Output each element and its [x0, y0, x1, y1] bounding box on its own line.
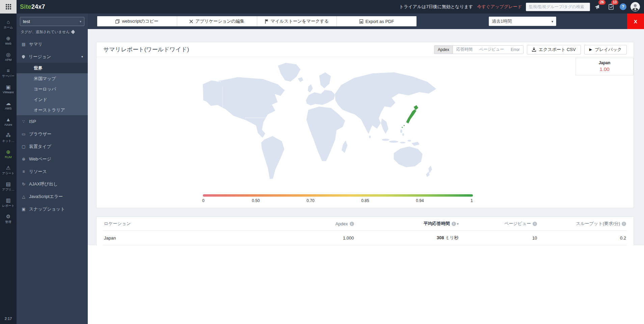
upgrade-link[interactable]: 今すぐアップグレード	[477, 4, 522, 10]
rum-globe-icon: ⊕	[6, 149, 10, 155]
map-region-japan[interactable]	[402, 105, 419, 128]
apdex-gradient-bar	[203, 194, 473, 197]
tab-error[interactable]: Error	[507, 46, 523, 54]
edit-application-button[interactable]: アプリケーションの編集	[177, 16, 257, 26]
rail-item-admin[interactable]: ⚙ 管理	[0, 211, 17, 227]
sidebar-item-summary[interactable]: ▤ サマリ	[17, 38, 88, 50]
table-header-row: ロケーション Apdexi 平均応答時間i▾ ページビューi スループット(要求…	[103, 217, 627, 231]
sidebar-item-resources[interactable]: ≡ リソース	[17, 165, 88, 178]
rail-item-web[interactable]: ⊕ Web	[0, 32, 17, 49]
time-range-select[interactable]: 過去1時間 ▾	[489, 17, 556, 26]
rail-item-aws[interactable]: ☁ AWS	[0, 97, 17, 114]
info-icon[interactable]: i	[533, 222, 537, 226]
app-logs-icon: ▤	[6, 181, 10, 187]
copy-icon	[115, 19, 119, 24]
close-button[interactable]: X	[627, 14, 644, 29]
sidebar-item-india[interactable]: インド	[17, 94, 88, 105]
mark-milestone-button[interactable]: マイルストーンをマークする	[257, 16, 337, 26]
session-timer: 2:17	[5, 317, 12, 321]
rail-item-network[interactable]: ⁂ ネット…	[0, 130, 17, 146]
tab-apdex[interactable]: Apdex	[434, 46, 453, 54]
playback-button[interactable]: ▶ プレイバック	[584, 45, 627, 54]
site24x7-logo[interactable]: Site24x7	[20, 3, 45, 10]
sidebar-item-ajax-calls[interactable]: ↻ AJAX呼び出し	[17, 178, 88, 190]
sidebar-item-region[interactable]: リージョン ▾	[17, 50, 88, 63]
map-se-asia	[381, 118, 388, 134]
info-icon[interactable]: i	[622, 222, 626, 226]
sidebar-item-us-map[interactable]: 米国マップ	[17, 73, 88, 84]
pdf-icon	[359, 19, 363, 24]
cell-throughput: 0.2	[538, 231, 627, 245]
tab-response-time[interactable]: 応答時間	[453, 46, 476, 54]
map-new-guinea	[411, 142, 420, 146]
sort-desc-icon[interactable]: ▾	[457, 222, 459, 226]
rail-item-azure[interactable]: ▲ Azure	[0, 114, 17, 130]
left-icon-rail: ⌂ ホーム ⊕ Web ◎ APM ≡ サーバー ▣ VMware ☁ AWS …	[0, 14, 17, 324]
export-csv-button[interactable]: エクスポート CSV	[527, 45, 581, 54]
user-avatar[interactable]	[630, 2, 640, 11]
export-pdf-button[interactable]: Export as PDF	[337, 16, 417, 26]
rail-item-reports[interactable]: ▥ レポート	[0, 195, 17, 211]
world-map-zone: Japan 1.00 0 0.50 0.70 0.85 0.94	[97, 57, 634, 208]
info-icon[interactable]: i	[452, 222, 456, 226]
sidebar-item-isp[interactable]: ∵ ISP	[17, 115, 88, 128]
tab-page-views[interactable]: ページビュー	[476, 46, 507, 54]
map-north-america	[203, 77, 285, 138]
cell-page-views: 10	[459, 231, 538, 245]
action-toolbar: webscriptのコピー アプリケーションの編集 マイルストーンをマークする	[88, 14, 644, 29]
metric-tabs: Apdex 応答時間 ページビュー Error	[434, 45, 524, 54]
col-location[interactable]: ロケーション	[103, 217, 266, 231]
announcements-button[interactable]: 26	[594, 2, 603, 11]
col-apdex[interactable]: Apdexi	[266, 217, 355, 231]
alerts-icon: ⚠	[6, 165, 10, 171]
sidebar-item-browser[interactable]: ▭ ブラウザー	[17, 128, 88, 140]
col-avg-response[interactable]: 平均応答時間i▾	[355, 217, 459, 231]
info-icon[interactable]: i	[350, 222, 354, 226]
tag-icon[interactable]	[71, 30, 75, 34]
grid-icon	[6, 4, 11, 9]
col-page-views[interactable]: ページビューi	[459, 217, 538, 231]
rail-item-app-logs[interactable]: ▤ アプリ…	[0, 178, 17, 195]
location-table-panel: ロケーション Apdexi 平均応答時間i▾ ページビューi スループット(要求…	[96, 217, 634, 245]
map-scandinavia	[319, 72, 331, 89]
rail-item-alerts[interactable]: ⚠ アラート	[0, 162, 17, 178]
network-icon: ⁂	[6, 133, 11, 138]
rail-item-rum[interactable]: ⊕ RUM	[0, 146, 17, 162]
sidebar-item-js-error[interactable]: △ JavaScriptエラー	[17, 190, 88, 203]
cell-apdex: 1.000	[266, 231, 355, 245]
tooltip-location: Japan	[576, 60, 633, 65]
empty-area	[88, 245, 644, 324]
trial-expiry-text: トライアルは7日後に無効となります	[399, 4, 473, 10]
sidebar-item-device-type[interactable]: ▢ 装置タイプ	[17, 140, 88, 153]
top-bar: Site24x7 トライアルは7日後に無効となります 今すぐアップグレード 26…	[0, 0, 644, 14]
search-input[interactable]	[526, 3, 590, 11]
rail-item-server[interactable]: ≡ サーバー	[0, 65, 17, 81]
sidebar-item-webpage[interactable]: ⊕ Webページ	[17, 153, 88, 165]
col-throughput[interactable]: スループット(要求/分)i	[538, 217, 627, 231]
rail-item-home[interactable]: ⌂ ホーム	[0, 16, 17, 32]
monitor-sidebar: test ▾ タグが、追加されていません ▤ サマリ リージョン ▾ 世界 米国…	[17, 14, 88, 324]
device-type-icon: ▢	[21, 144, 26, 149]
table-row[interactable]: Japan 1.000 308 ミリ秒 10 0.2	[103, 231, 627, 245]
map-south-america	[261, 136, 285, 179]
sidebar-item-europe[interactable]: ヨーロッパ	[17, 84, 88, 94]
web-globe-icon: ⊕	[6, 36, 10, 41]
download-icon	[532, 47, 536, 52]
sidebar-item-world[interactable]: 世界	[17, 63, 88, 73]
help-button[interactable]: ?	[620, 3, 626, 10]
rail-item-apm[interactable]: ◎ APM	[0, 49, 17, 65]
report-area: サマリレポート(ワールドワイド) Apdex 応答時間 ページビュー Error	[88, 29, 644, 245]
reports-icon: ▥	[6, 198, 10, 203]
tasks-button[interactable]: 13	[607, 2, 616, 11]
world-map[interactable]	[186, 58, 456, 187]
monitor-select[interactable]: test ▾	[20, 17, 84, 26]
flag-icon	[265, 19, 268, 24]
edit-tools-icon	[189, 20, 193, 23]
cell-avg-response: 308 ミリ秒	[355, 231, 459, 245]
sidebar-item-snapshot[interactable]: ▣ スナップショット	[17, 203, 88, 215]
copy-webscript-button[interactable]: webscriptのコピー	[97, 16, 177, 26]
rail-item-vmware[interactable]: ▣ VMware	[0, 81, 17, 97]
app-grid-button[interactable]	[0, 0, 17, 14]
sidebar-item-australia[interactable]: オーストラリア	[17, 105, 88, 115]
map-new-zealand	[426, 166, 432, 177]
